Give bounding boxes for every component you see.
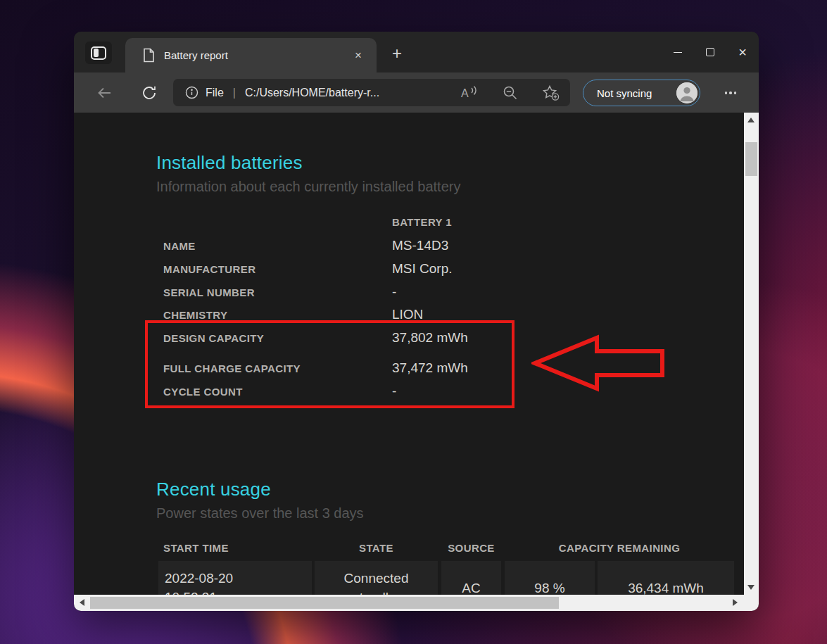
scroll-down-icon[interactable] bbox=[747, 585, 755, 590]
zoom-out-icon bbox=[503, 85, 518, 101]
installed-batteries-heading: Installed batteries bbox=[156, 152, 303, 174]
site-info-icon[interactable] bbox=[185, 86, 198, 99]
row-label: NAME bbox=[163, 238, 392, 253]
battery-column-header: BATTERY 1 bbox=[392, 216, 452, 228]
toolbar: File | C:/Users/HOME/battery-r... A bbox=[74, 72, 759, 113]
horizontal-scrollbar-thumb[interactable] bbox=[90, 597, 559, 609]
close-window-button[interactable]: × bbox=[726, 32, 759, 72]
refresh-button[interactable] bbox=[139, 82, 160, 103]
favorites-add-button[interactable] bbox=[539, 82, 563, 103]
settings-more-button[interactable] bbox=[719, 82, 743, 103]
header-source: SOURCE bbox=[441, 542, 501, 554]
scroll-right-icon[interactable] bbox=[733, 599, 738, 606]
maximize-button[interactable] bbox=[694, 32, 726, 72]
window-controls: × bbox=[662, 32, 759, 72]
workspaces-icon bbox=[91, 46, 106, 60]
header-capacity-remaining: CAPACITY REMAINING bbox=[505, 542, 734, 554]
titlebar: Battery report × + × bbox=[74, 32, 759, 72]
desktop-wallpaper: Battery report × + × bbox=[0, 0, 827, 644]
new-tab-button[interactable]: + bbox=[385, 42, 409, 65]
maximize-icon bbox=[706, 48, 714, 56]
browser-window: Battery report × + × bbox=[74, 32, 759, 611]
horizontal-scrollbar[interactable] bbox=[74, 595, 759, 611]
row-label: MANUFACTURER bbox=[163, 261, 392, 277]
annotation-arrow bbox=[531, 334, 667, 393]
svg-text:A: A bbox=[461, 87, 469, 99]
tab-workspaces-button[interactable] bbox=[85, 42, 112, 64]
minimize-button[interactable] bbox=[662, 32, 694, 72]
header-start-time: START TIME bbox=[163, 542, 229, 554]
url-divider: | bbox=[233, 87, 236, 99]
row-value: MS-14D3 bbox=[392, 238, 448, 253]
cell-capacity-percent: 98 % bbox=[505, 561, 595, 595]
row-value: - bbox=[392, 284, 396, 300]
recent-usage-subtitle: Power states over the last 3 days bbox=[156, 505, 364, 522]
tab-close-icon[interactable]: × bbox=[348, 46, 368, 65]
back-button[interactable] bbox=[94, 82, 115, 103]
minimize-icon bbox=[674, 52, 682, 53]
scroll-up-icon[interactable] bbox=[747, 118, 755, 122]
close-icon: × bbox=[738, 45, 747, 59]
read-aloud-button[interactable]: A bbox=[457, 82, 481, 103]
url-address[interactable]: C:/Users/HOME/battery-r... bbox=[245, 87, 379, 99]
annotation-highlight-box bbox=[145, 320, 514, 408]
header-state: STATE bbox=[315, 542, 438, 554]
refresh-icon bbox=[141, 84, 158, 101]
document-icon bbox=[143, 48, 155, 63]
tab-title: Battery report bbox=[164, 49, 348, 61]
ellipsis-icon bbox=[725, 91, 728, 94]
installed-batteries-subtitle: Information about each currently install… bbox=[156, 179, 460, 195]
table-row: NAME MS-14D3 bbox=[163, 238, 448, 253]
back-arrow-icon bbox=[96, 84, 113, 101]
profile-sync-button[interactable]: Not syncing bbox=[583, 80, 700, 106]
vertical-scrollbar[interactable] bbox=[744, 113, 759, 595]
table-row: SERIAL NUMBER - bbox=[163, 284, 396, 300]
address-bar[interactable]: File | C:/Users/HOME/battery-r... A bbox=[173, 79, 570, 106]
scroll-left-icon[interactable] bbox=[80, 599, 84, 606]
star-add-icon bbox=[542, 84, 560, 101]
row-value: MSI Corp. bbox=[392, 261, 453, 277]
sync-status-label: Not syncing bbox=[597, 87, 676, 99]
cell-state: Connected standby bbox=[315, 561, 438, 595]
read-aloud-icon: A bbox=[460, 85, 479, 101]
cell-start-time: 2022-08-20 10:52:31 bbox=[158, 561, 312, 595]
tab-battery-report[interactable]: Battery report × bbox=[125, 38, 377, 72]
profile-avatar bbox=[676, 82, 697, 103]
recent-usage-heading: Recent usage bbox=[156, 479, 271, 500]
url-scheme-label: File bbox=[206, 87, 224, 99]
table-row: MANUFACTURER MSI Corp. bbox=[163, 261, 453, 277]
cell-source: AC bbox=[441, 561, 501, 595]
cell-capacity-mwh: 36,434 mWh bbox=[598, 561, 734, 595]
row-label: SERIAL NUMBER bbox=[163, 284, 392, 300]
battery-report-page: Installed batteries Information about ea… bbox=[74, 113, 759, 595]
zoom-out-button[interactable] bbox=[498, 82, 522, 103]
vertical-scrollbar-thumb[interactable] bbox=[745, 142, 757, 176]
